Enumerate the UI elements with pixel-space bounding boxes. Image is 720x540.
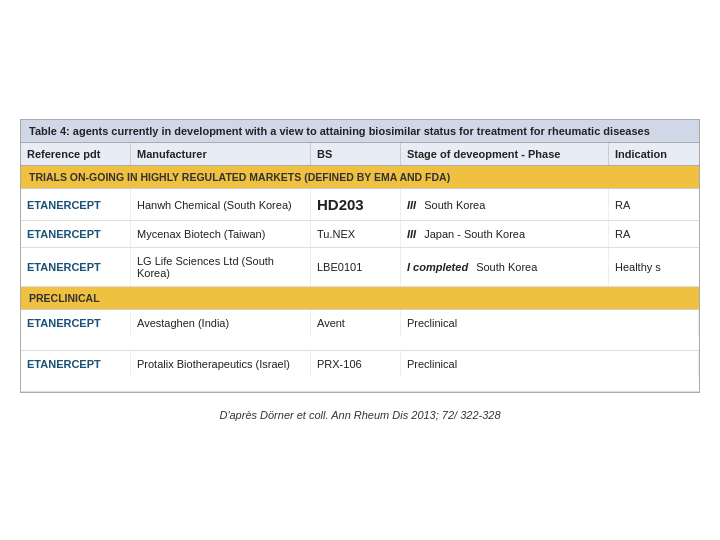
location: South Korea: [424, 199, 485, 211]
bs-cell: Tu.NEX: [311, 221, 401, 247]
trial-rows: ETANERCEPT Hanwh Chemical (South Korea) …: [21, 189, 699, 287]
manufacturer-cell: Protalix Biotherapeutics (Israel): [131, 351, 311, 377]
page-container: Table 4: agents currently in development…: [20, 119, 700, 421]
bs-cell: HD203: [311, 189, 401, 220]
stage-roman: III: [407, 228, 416, 240]
stage-cell: Preclinical: [401, 351, 699, 377]
location: Japan - South Korea: [424, 228, 525, 240]
indication-cell: Healthy s: [609, 248, 699, 286]
bs-cell: PRX-106: [311, 351, 401, 377]
section2-label: PRECLINICAL: [21, 287, 699, 310]
ref-cell: ETANERCEPT: [21, 189, 131, 220]
bs-cell: LBE0101: [311, 248, 401, 286]
header-col5: Indication: [609, 143, 699, 165]
preclinical-rows: ETANERCEPT Avestaghen (India) Avent Prec…: [21, 310, 699, 392]
location: South Korea: [476, 261, 537, 273]
header-col2: Manufacturer: [131, 143, 311, 165]
stage-cell: III Japan - South Korea: [401, 221, 609, 247]
manufacturer-cell: LG Life Sciences Ltd (South Korea): [131, 248, 311, 286]
header-col4: Stage of deveopment - Phase: [401, 143, 609, 165]
header-col1: Reference pdt: [21, 143, 131, 165]
ref-cell: ETANERCEPT: [21, 221, 131, 247]
ref-cell: ETANERCEPT: [21, 351, 131, 377]
stage-cell: Preclinical: [401, 310, 699, 336]
bs-cell: Avent: [311, 310, 401, 336]
manufacturer-cell: Hanwh Chemical (South Korea): [131, 189, 311, 220]
main-table: Table 4: agents currently in development…: [20, 119, 700, 393]
ref-cell: ETANERCEPT: [21, 310, 131, 336]
citation: D'après Dörner et coll. Ann Rheum Dis 20…: [219, 409, 500, 421]
indication-cell: RA: [609, 221, 699, 247]
indication-cell: RA: [609, 189, 699, 220]
table-title: Table 4: agents currently in development…: [21, 120, 699, 143]
ref-cell: ETANERCEPT: [21, 248, 131, 286]
indication-cell: [21, 377, 131, 391]
header-col3: BS: [311, 143, 401, 165]
stage-roman: III: [407, 199, 416, 211]
table-row: ETANERCEPT Hanwh Chemical (South Korea) …: [21, 189, 699, 221]
table-row: ETANERCEPT Mycenax Biotech (Taiwan) Tu.N…: [21, 221, 699, 248]
table-row: ETANERCEPT Protalix Biotherapeutics (Isr…: [21, 351, 699, 392]
manufacturer-cell: Mycenax Biotech (Taiwan): [131, 221, 311, 247]
indication-cell: [21, 336, 131, 350]
table-row: ETANERCEPT Avestaghen (India) Avent Prec…: [21, 310, 699, 351]
manufacturer-cell: Avestaghen (India): [131, 310, 311, 336]
stage-roman: I completed: [407, 261, 468, 273]
section1-label: TRIALS ON-GOING IN HIGHLY REGULATED MARK…: [21, 166, 699, 189]
stage-cell: III South Korea: [401, 189, 609, 220]
table-row: ETANERCEPT LG Life Sciences Ltd (South K…: [21, 248, 699, 287]
header-row: Reference pdt Manufacturer BS Stage of d…: [21, 143, 699, 166]
stage-cell: I completed South Korea: [401, 248, 609, 286]
